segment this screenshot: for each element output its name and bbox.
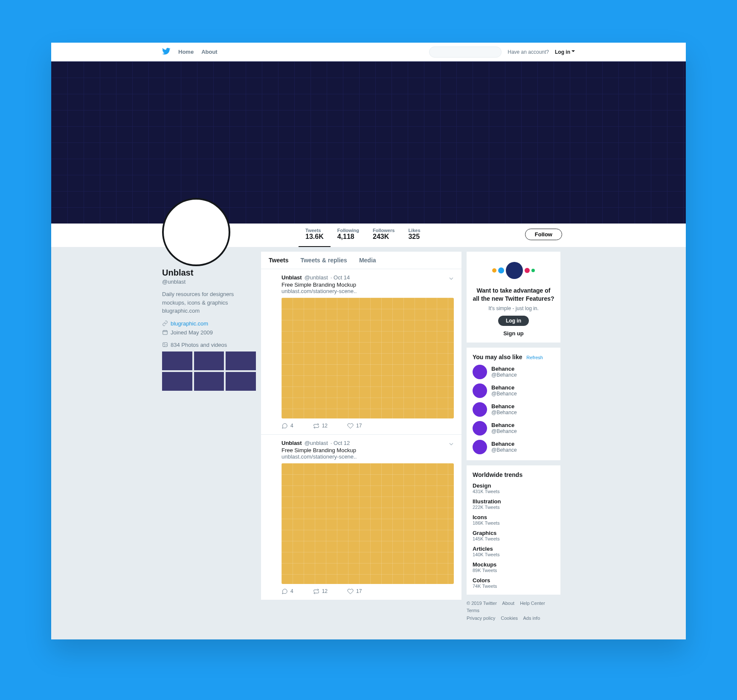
trend-name[interactable]: Mockups	[473, 561, 554, 568]
suggestion-item[interactable]: Behance @Behance	[473, 383, 554, 398]
suggestion-handle[interactable]: @Behance	[491, 372, 517, 378]
profile-banner	[51, 61, 686, 224]
suggestion-avatar[interactable]	[473, 365, 487, 379]
tweet-author[interactable]: Unblast	[281, 440, 302, 446]
trend-count: 222K Tweets	[473, 505, 554, 510]
media-thumbnail[interactable]	[226, 372, 256, 391]
tab-tweets-replies[interactable]: Tweets & replies	[300, 257, 347, 264]
profile-joined: Joined May 2009	[162, 329, 256, 336]
media-thumbnail[interactable]	[162, 372, 192, 391]
tweet-media[interactable]	[281, 463, 454, 584]
tab-tweets[interactable]: Tweets	[269, 257, 288, 264]
promo-login-button[interactable]: Log in	[498, 316, 529, 326]
right-sidebar: Want to take advantage of all the new Tw…	[467, 252, 560, 622]
heart-icon	[347, 588, 354, 595]
tweet-card[interactable]: Unblast @unblast · Oct 12 Free Simple Br…	[261, 435, 461, 600]
reply-button[interactable]: 4	[281, 423, 293, 429]
suggestion-name[interactable]: Behance	[491, 366, 517, 372]
stat-following-value: 4,118	[337, 233, 354, 240]
promo-signup-link[interactable]: Sign up	[473, 330, 554, 337]
trend-item[interactable]: Icons 186K Tweets	[473, 514, 554, 526]
suggestion-name[interactable]: Behance	[491, 403, 517, 410]
login-dropdown[interactable]: Log in	[555, 49, 575, 55]
trend-name[interactable]: Design	[473, 482, 554, 489]
twitter-logo-icon[interactable]	[162, 47, 171, 57]
tweet-link[interactable]: unblast.com/stationery-scene..	[281, 453, 454, 460]
like-button[interactable]: 17	[347, 423, 362, 429]
suggestion-name[interactable]: Behance	[491, 422, 517, 428]
tweet-media[interactable]	[281, 298, 454, 418]
footer-help[interactable]: Help Center	[520, 601, 545, 606]
stat-tweets-label: Tweets	[305, 228, 324, 233]
suggestion-name[interactable]: Behance	[491, 384, 517, 391]
media-grid	[162, 351, 256, 391]
trend-item[interactable]: Colors 74K Tweets	[473, 577, 554, 589]
like-button[interactable]: 17	[347, 588, 362, 595]
suggestion-handle[interactable]: @Behance	[491, 410, 517, 415]
stat-likes[interactable]: Likes 325	[401, 224, 427, 247]
tweet-card[interactable]: Unblast @unblast · Oct 14 Free Simple Br…	[261, 269, 461, 435]
nav-home[interactable]: Home	[178, 49, 194, 55]
media-thumbnail[interactable]	[226, 351, 256, 370]
promo-title: Want to take advantage of all the new Tw…	[473, 287, 554, 303]
trend-name[interactable]: Graphics	[473, 530, 554, 536]
media-thumbnail[interactable]	[194, 372, 224, 391]
tab-media[interactable]: Media	[359, 257, 376, 264]
tweet-handle[interactable]: @unblast	[305, 440, 328, 446]
stat-followers[interactable]: Followers 243K	[366, 224, 401, 247]
footer-cookies[interactable]: Cookies	[501, 616, 518, 621]
trend-item[interactable]: Design 431K Tweets	[473, 482, 554, 494]
profile-media-count[interactable]: 834 Photos and videos	[162, 342, 256, 348]
retweet-button[interactable]: 12	[313, 588, 328, 595]
suggestion-name[interactable]: Behance	[491, 441, 517, 447]
suggestion-handle[interactable]: @Behance	[491, 391, 517, 397]
trend-count: 89K Tweets	[473, 568, 554, 573]
follow-button[interactable]: Follow	[525, 229, 562, 240]
suggestion-handle[interactable]: @Behance	[491, 428, 517, 434]
trend-item[interactable]: Articles 140K Tweets	[473, 546, 554, 557]
profile-website[interactable]: blugraphic.com	[162, 320, 256, 327]
trend-name[interactable]: Colors	[473, 577, 554, 584]
trend-name[interactable]: Articles	[473, 546, 554, 552]
footer-privacy[interactable]: Privacy policy	[467, 616, 495, 621]
tweet-author[interactable]: Unblast	[281, 274, 302, 281]
caret-down-icon	[572, 50, 575, 54]
nav-about[interactable]: About	[201, 49, 218, 55]
login-label: Log in	[555, 49, 570, 55]
suggestions-refresh[interactable]: Refresh	[526, 355, 543, 360]
profile-website-link[interactable]: blugraphic.com	[171, 320, 208, 327]
trend-item[interactable]: Mockups 89K Tweets	[473, 561, 554, 573]
search-input[interactable]	[429, 46, 502, 58]
profile-avatar[interactable]	[162, 198, 230, 266]
trend-item[interactable]: Illustration 222K Tweets	[473, 498, 554, 510]
reply-button[interactable]: 4	[281, 588, 293, 595]
suggestion-avatar[interactable]	[473, 402, 487, 417]
suggestions-panel: You may also like Refresh Behance @Behan…	[467, 348, 560, 460]
suggestion-item[interactable]: Behance @Behance	[473, 402, 554, 417]
tweet-menu-button[interactable]	[448, 275, 455, 283]
tweet-menu-button[interactable]	[448, 441, 455, 449]
footer-about[interactable]: About	[502, 601, 514, 606]
tweet-handle[interactable]: @unblast	[305, 274, 328, 281]
tweet-link[interactable]: unblast.com/stationery-scene..	[281, 288, 454, 294]
suggestion-avatar[interactable]	[473, 440, 487, 454]
footer-terms[interactable]: Terms	[467, 608, 479, 613]
like-count: 17	[356, 423, 362, 429]
retweet-button[interactable]: 12	[313, 423, 328, 429]
footer-links: © 2019 Twitter About Help Center Terms P…	[467, 600, 560, 622]
suggestion-handle[interactable]: @Behance	[491, 447, 517, 453]
trend-name[interactable]: Icons	[473, 514, 554, 520]
suggestion-item[interactable]: Behance @Behance	[473, 421, 554, 436]
stat-following[interactable]: Following 4,118	[331, 224, 366, 247]
trend-item[interactable]: Graphics 145K Tweets	[473, 530, 554, 541]
heart-icon	[347, 423, 354, 429]
stat-tweets[interactable]: Tweets 13.6K	[299, 224, 331, 247]
suggestion-item[interactable]: Behance @Behance	[473, 440, 554, 454]
media-thumbnail[interactable]	[194, 351, 224, 370]
suggestion-avatar[interactable]	[473, 383, 487, 398]
trend-name[interactable]: Illustration	[473, 498, 554, 505]
suggestion-item[interactable]: Behance @Behance	[473, 365, 554, 379]
media-thumbnail[interactable]	[162, 351, 192, 370]
footer-ads[interactable]: Ads info	[523, 616, 540, 621]
suggestion-avatar[interactable]	[473, 421, 487, 436]
